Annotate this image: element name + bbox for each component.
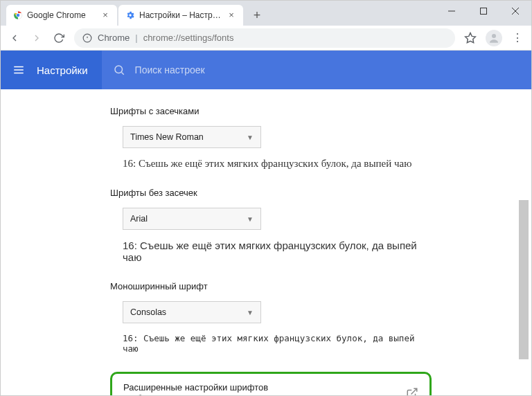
gear-icon: [125, 10, 135, 20]
sans-font-sample: 16: Съешь же ещё этих мягких французских…: [123, 240, 432, 263]
chevron-down-icon: ▼: [247, 215, 254, 223]
tab-title: Google Chrome: [27, 10, 96, 20]
settings-header: Настройки: [1, 51, 531, 89]
search-input[interactable]: [135, 64, 520, 75]
close-icon[interactable]: ×: [227, 10, 236, 20]
search-icon: [113, 64, 125, 76]
reload-button[interactable]: [52, 31, 66, 45]
chevron-down-icon: ▼: [247, 309, 254, 316]
svg-point-14: [115, 66, 123, 73]
serif-font-label: Шрифты с засечками: [110, 106, 432, 116]
close-icon[interactable]: ×: [100, 10, 110, 20]
serif-font-select[interactable]: Times New Roman ▼: [123, 126, 261, 148]
tab-strip: Google Chrome × Настройки – Настроить шр…: [1, 1, 531, 26]
svg-marker-9: [466, 33, 476, 42]
menu-button[interactable]: [1, 64, 37, 76]
browser-menu-button[interactable]: ⋮: [511, 31, 524, 44]
chevron-down-icon: ▼: [247, 134, 254, 141]
tab-settings-fonts[interactable]: Настройки – Настроить шрифт ×: [118, 5, 243, 26]
tab-google-chrome[interactable]: Google Chrome ×: [6, 5, 117, 26]
left-gutter: [1, 89, 105, 396]
svg-rect-3: [481, 8, 487, 15]
back-button[interactable]: [8, 31, 21, 45]
page-title: Настройки: [37, 64, 102, 76]
browser-toolbar: Chrome | chrome://settings/fonts ⋮: [1, 26, 531, 51]
scrollbar-thumb[interactable]: [519, 200, 529, 359]
tab-title: Настройки – Настроить шрифт: [139, 10, 222, 20]
site-info-icon[interactable]: [82, 33, 92, 43]
serif-font-value: Times New Roman: [130, 132, 204, 142]
url-separator: |: [135, 33, 137, 43]
settings-content: Шрифты с засечками Times New Roman ▼ 16:…: [1, 89, 531, 396]
maximize-button[interactable]: [468, 1, 499, 21]
mono-font-sample: 16: Съешь же ещё этих мягких французских…: [123, 333, 432, 354]
svg-point-1: [17, 14, 20, 17]
serif-font-sample: 16: Съешь же ещё этих мягких французских…: [123, 158, 432, 170]
sans-font-select[interactable]: Arial ▼: [123, 208, 261, 230]
sans-font-label: Шрифты без засечек: [110, 188, 432, 198]
bookmark-star-icon[interactable]: [463, 31, 477, 45]
sans-font-value: Arial: [130, 214, 148, 224]
font-settings-panel: Шрифты с засечками Times New Roman ▼ 16:…: [105, 89, 445, 396]
mono-font-select[interactable]: Consolas ▼: [123, 301, 261, 323]
window-controls: [436, 1, 531, 26]
minimize-button[interactable]: [436, 1, 468, 21]
close-window-button[interactable]: [499, 1, 531, 21]
advanced-font-settings-link[interactable]: Расширенные настройки шрифтов Требуется …: [110, 372, 432, 396]
profile-avatar[interactable]: [486, 30, 502, 46]
address-bar[interactable]: Chrome | chrome://settings/fonts: [74, 28, 455, 48]
chrome-icon: [13, 10, 23, 20]
mono-font-label: Моноширинный шрифт: [110, 281, 432, 291]
url-scheme: Chrome: [98, 33, 130, 43]
new-tab-button[interactable]: +: [247, 6, 267, 25]
settings-search[interactable]: [102, 51, 531, 89]
advanced-title: Расширенные настройки шрифтов: [123, 382, 332, 393]
right-gutter: [445, 89, 531, 396]
external-link-icon: [406, 387, 418, 397]
svg-point-10: [492, 34, 496, 38]
forward-button[interactable]: [30, 31, 44, 45]
svg-line-16: [411, 388, 417, 394]
svg-line-15: [121, 72, 123, 74]
url-path: chrome://settings/fonts: [143, 33, 234, 43]
mono-font-value: Consolas: [130, 307, 166, 317]
scrollbar[interactable]: [520, 89, 530, 396]
